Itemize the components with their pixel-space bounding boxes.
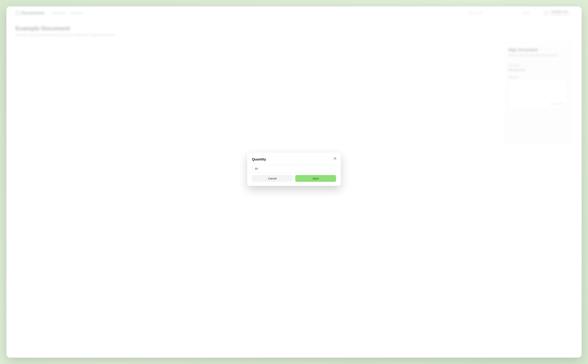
save-button[interactable]: Save	[295, 175, 336, 182]
quantity-modal: Quantity Cancel Save	[247, 153, 341, 186]
quantity-input[interactable]	[252, 165, 336, 172]
modal-buttons: Cancel Save	[252, 175, 336, 182]
close-icon[interactable]	[333, 156, 337, 161]
modal-overlay[interactable]: Quantity Cancel Save	[7, 6, 581, 358]
modal-title: Quantity	[252, 157, 336, 161]
app-window: Documenso Documents Templates Search en-…	[7, 6, 581, 358]
cancel-button[interactable]: Cancel	[252, 175, 293, 182]
